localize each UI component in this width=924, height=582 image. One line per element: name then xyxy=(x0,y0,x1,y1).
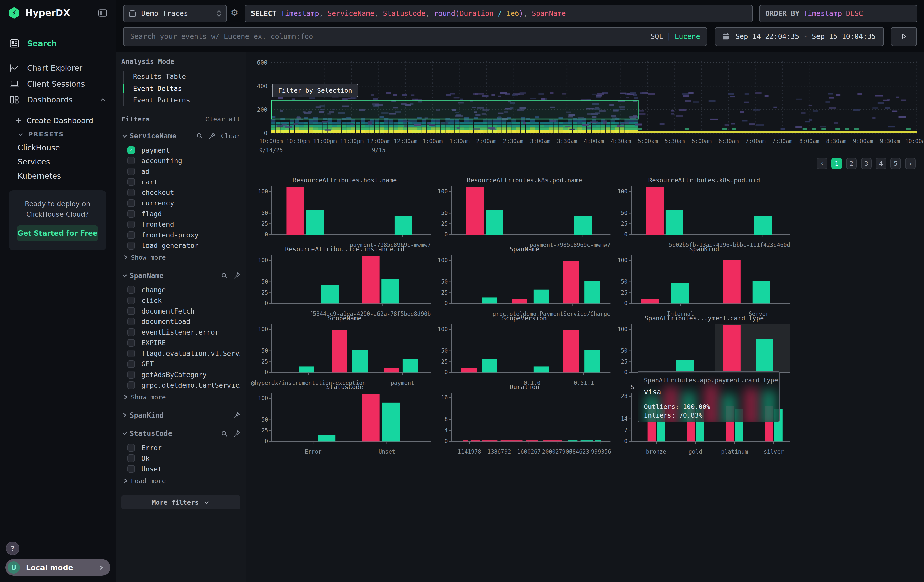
filter-group-header[interactable]: StatusCode xyxy=(121,429,240,439)
search-icon[interactable] xyxy=(221,272,228,279)
sidebar-item-chart-explorer[interactable]: Chart Explorer xyxy=(0,60,116,76)
sidebar-preset-services[interactable]: Services xyxy=(0,155,116,169)
outlier-bar[interactable] xyxy=(563,261,579,303)
gear-icon[interactable]: ⚙ xyxy=(231,8,238,18)
show-more-button[interactable]: Show more xyxy=(121,392,240,402)
run-query-button[interactable] xyxy=(891,27,917,46)
inlier-bar[interactable] xyxy=(382,402,400,441)
checkbox[interactable] xyxy=(127,307,135,315)
inlier-bar[interactable] xyxy=(306,210,324,234)
outlier-bar[interactable] xyxy=(723,260,741,303)
show-more-button[interactable]: Load more xyxy=(121,475,240,486)
filter-option[interactable]: flagd xyxy=(121,208,240,219)
outlier-bar[interactable] xyxy=(646,187,664,234)
inlier-bar[interactable] xyxy=(486,210,503,234)
filter-option[interactable]: EXPIRE xyxy=(121,338,240,348)
checkbox[interactable] xyxy=(127,297,135,304)
presets-toggle[interactable]: PRESETS xyxy=(0,128,116,141)
checkbox[interactable] xyxy=(127,455,135,462)
sidebar-preset-kubernetes[interactable]: Kubernetes xyxy=(0,169,116,183)
page-button-3[interactable]: 3 xyxy=(861,158,872,169)
clear-all-button[interactable]: Clear all xyxy=(205,115,240,123)
pin-icon[interactable] xyxy=(233,272,240,279)
page-button-2[interactable]: 2 xyxy=(846,158,857,169)
checkbox[interactable] xyxy=(127,328,135,336)
sidebar-item-dashboards[interactable]: Dashboards xyxy=(0,92,116,108)
filter-option[interactable]: Error xyxy=(121,442,240,453)
filter-group-header[interactable]: SpanName xyxy=(121,270,240,281)
outlier-bar[interactable] xyxy=(641,299,659,303)
checkbox[interactable]: ✓ xyxy=(127,146,135,154)
checkbox[interactable] xyxy=(127,339,135,347)
filter-option[interactable]: cart xyxy=(121,176,240,187)
checkbox[interactable] xyxy=(127,444,135,452)
time-range-picker[interactable]: Sep 14 22:04:35 - Sep 15 10:04:35 xyxy=(715,27,884,46)
checkbox[interactable] xyxy=(127,465,135,473)
checkbox[interactable] xyxy=(127,371,135,378)
inlier-bar[interactable] xyxy=(318,435,335,441)
filter-option[interactable]: checkout xyxy=(121,187,240,198)
filter-option[interactable]: accounting xyxy=(121,155,240,166)
outlier-bar[interactable] xyxy=(362,256,380,303)
checkbox[interactable] xyxy=(127,157,135,165)
outlier-bar[interactable] xyxy=(362,394,380,441)
inlier-bar[interactable] xyxy=(585,350,600,373)
search-icon[interactable] xyxy=(221,430,228,437)
filter-option[interactable]: GET xyxy=(121,359,240,369)
filter-option[interactable]: Ok xyxy=(121,453,240,463)
filter-option[interactable]: currency xyxy=(121,198,240,208)
help-button[interactable]: ? xyxy=(6,541,20,555)
filter-group-header[interactable]: ServiceNameClear xyxy=(121,130,240,141)
filter-option[interactable]: documentFetch xyxy=(121,306,240,316)
sidebar-item-client-sessions[interactable]: Client Sessions xyxy=(0,76,116,92)
pin-icon[interactable] xyxy=(233,412,240,419)
pin-icon[interactable] xyxy=(208,132,216,139)
filter-option[interactable]: click xyxy=(121,295,240,306)
inlier-bar[interactable] xyxy=(585,281,600,303)
more-filters-button[interactable]: More filters xyxy=(121,495,240,509)
events-heatmap[interactable] xyxy=(271,59,917,138)
outlier-bar[interactable] xyxy=(466,187,484,234)
inlier-bar[interactable] xyxy=(482,298,497,303)
checkbox[interactable] xyxy=(127,350,135,357)
checkbox[interactable] xyxy=(127,210,135,218)
outlier-bar[interactable] xyxy=(563,330,579,373)
pin-icon[interactable] xyxy=(233,430,240,437)
user-menu[interactable]: U Local mode xyxy=(5,559,110,576)
checkbox[interactable] xyxy=(127,360,135,368)
analysis-mode-option[interactable]: Results Table xyxy=(124,71,240,82)
next-page-button[interactable]: › xyxy=(905,158,916,169)
inlier-bar[interactable] xyxy=(381,279,399,303)
page-button-5[interactable]: 5 xyxy=(890,158,901,169)
checkbox[interactable] xyxy=(127,286,135,293)
clear-filter-button[interactable]: Clear xyxy=(221,132,240,140)
inlier-bar[interactable] xyxy=(574,216,592,234)
inlier-bar[interactable] xyxy=(482,359,497,373)
filter-option[interactable]: ad xyxy=(121,166,240,176)
outlier-bar[interactable] xyxy=(332,330,347,373)
show-more-button[interactable]: Show more xyxy=(121,252,240,263)
filter-option[interactable]: grpc.oteldemo.CartServic… xyxy=(121,380,240,391)
inlier-bar[interactable] xyxy=(321,285,339,303)
checkbox[interactable] xyxy=(127,318,135,325)
inlier-bar[interactable] xyxy=(756,339,774,373)
inlier-bar[interactable] xyxy=(403,359,418,373)
filter-option[interactable]: ✓payment xyxy=(121,145,240,155)
outlier-bar[interactable] xyxy=(384,368,399,373)
filter-option[interactable]: Unset xyxy=(121,463,240,474)
inlier-bar[interactable] xyxy=(534,290,549,303)
checkbox[interactable] xyxy=(127,178,135,186)
inlier-bar[interactable] xyxy=(676,360,693,372)
filter-option[interactable]: documentLoad xyxy=(121,316,240,327)
page-button-4[interactable]: 4 xyxy=(876,158,886,169)
heatmap-selection[interactable] xyxy=(272,100,639,119)
outlier-bar[interactable] xyxy=(462,368,477,373)
inlier-bar[interactable] xyxy=(534,366,549,373)
analysis-mode-option[interactable]: Event Patterns xyxy=(124,94,240,106)
filter-option[interactable]: frontend-proxy xyxy=(121,230,240,241)
inlier-bar[interactable] xyxy=(352,350,368,373)
inlier-bar[interactable] xyxy=(395,216,412,234)
filter-option[interactable]: flagd.evaluation.v1.Serv… xyxy=(121,348,240,359)
checkbox[interactable] xyxy=(127,381,135,389)
inlier-bar[interactable] xyxy=(754,216,772,234)
